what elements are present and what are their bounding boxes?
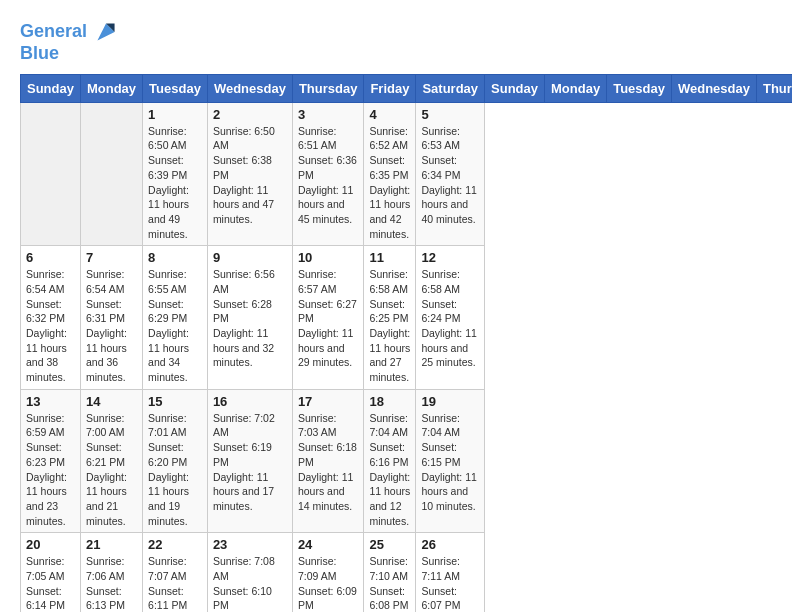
logo-general: General (20, 21, 87, 41)
calendar-cell: 5 Sunrise: 6:53 AMSunset: 6:34 PMDayligh… (416, 102, 485, 246)
day-detail: Sunrise: 7:00 AMSunset: 6:21 PMDaylight:… (86, 411, 137, 529)
day-header-saturday: Saturday (416, 74, 485, 102)
calendar-header-row: SundayMondayTuesdayWednesdayThursdayFrid… (21, 74, 793, 102)
calendar-table: SundayMondayTuesdayWednesdayThursdayFrid… (20, 74, 792, 612)
calendar-cell: 11 Sunrise: 6:58 AMSunset: 6:25 PMDaylig… (364, 246, 416, 390)
day-number: 21 (86, 537, 137, 552)
calendar-cell: 2 Sunrise: 6:50 AMSunset: 6:38 PMDayligh… (207, 102, 292, 246)
day-detail: Sunrise: 6:55 AMSunset: 6:29 PMDaylight:… (148, 267, 202, 385)
day-number: 16 (213, 394, 287, 409)
day-detail: Sunrise: 6:59 AMSunset: 6:23 PMDaylight:… (26, 411, 75, 529)
calendar-cell: 4 Sunrise: 6:52 AMSunset: 6:35 PMDayligh… (364, 102, 416, 246)
calendar-cell (80, 102, 142, 246)
calendar-cell: 9 Sunrise: 6:56 AMSunset: 6:28 PMDayligh… (207, 246, 292, 390)
day-number: 1 (148, 107, 202, 122)
calendar-cell: 26 Sunrise: 7:11 AMSunset: 6:07 PMDaylig… (416, 533, 485, 612)
day-number: 13 (26, 394, 75, 409)
calendar-cell: 14 Sunrise: 7:00 AMSunset: 6:21 PMDaylig… (80, 389, 142, 533)
calendar-cell: 15 Sunrise: 7:01 AMSunset: 6:20 PMDaylig… (143, 389, 208, 533)
day-detail: Sunrise: 7:04 AMSunset: 6:15 PMDaylight:… (421, 411, 479, 514)
calendar-week-4: 20 Sunrise: 7:05 AMSunset: 6:14 PMDaylig… (21, 533, 793, 612)
calendar-week-1: 1 Sunrise: 6:50 AMSunset: 6:39 PMDayligh… (21, 102, 793, 246)
day-header-monday: Monday (545, 74, 607, 102)
calendar-cell (21, 102, 81, 246)
day-number: 18 (369, 394, 410, 409)
calendar-cell: 20 Sunrise: 7:05 AMSunset: 6:14 PMDaylig… (21, 533, 81, 612)
day-number: 3 (298, 107, 359, 122)
calendar-cell: 17 Sunrise: 7:03 AMSunset: 6:18 PMDaylig… (292, 389, 364, 533)
day-detail: Sunrise: 7:10 AMSunset: 6:08 PMDaylight:… (369, 554, 410, 612)
day-detail: Sunrise: 7:01 AMSunset: 6:20 PMDaylight:… (148, 411, 202, 529)
day-number: 12 (421, 250, 479, 265)
day-number: 10 (298, 250, 359, 265)
day-detail: Sunrise: 7:06 AMSunset: 6:13 PMDaylight:… (86, 554, 137, 612)
calendar-cell: 12 Sunrise: 6:58 AMSunset: 6:24 PMDaylig… (416, 246, 485, 390)
day-header-sunday: Sunday (21, 74, 81, 102)
calendar-cell: 16 Sunrise: 7:02 AMSunset: 6:19 PMDaylig… (207, 389, 292, 533)
day-detail: Sunrise: 7:02 AMSunset: 6:19 PMDaylight:… (213, 411, 287, 514)
day-detail: Sunrise: 6:58 AMSunset: 6:24 PMDaylight:… (421, 267, 479, 370)
day-detail: Sunrise: 6:50 AMSunset: 6:38 PMDaylight:… (213, 124, 287, 227)
day-number: 9 (213, 250, 287, 265)
day-number: 8 (148, 250, 202, 265)
day-number: 25 (369, 537, 410, 552)
day-detail: Sunrise: 6:52 AMSunset: 6:35 PMDaylight:… (369, 124, 410, 242)
calendar-cell: 1 Sunrise: 6:50 AMSunset: 6:39 PMDayligh… (143, 102, 208, 246)
calendar-cell: 7 Sunrise: 6:54 AMSunset: 6:31 PMDayligh… (80, 246, 142, 390)
day-header-thursday: Thursday (756, 74, 792, 102)
day-detail: Sunrise: 6:54 AMSunset: 6:32 PMDaylight:… (26, 267, 75, 385)
calendar-cell: 19 Sunrise: 7:04 AMSunset: 6:15 PMDaylig… (416, 389, 485, 533)
day-detail: Sunrise: 6:53 AMSunset: 6:34 PMDaylight:… (421, 124, 479, 227)
day-number: 23 (213, 537, 287, 552)
day-number: 5 (421, 107, 479, 122)
day-detail: Sunrise: 6:57 AMSunset: 6:27 PMDaylight:… (298, 267, 359, 370)
day-detail: Sunrise: 7:03 AMSunset: 6:18 PMDaylight:… (298, 411, 359, 514)
page-header: General Blue (20, 20, 772, 64)
day-detail: Sunrise: 6:51 AMSunset: 6:36 PMDaylight:… (298, 124, 359, 227)
day-number: 2 (213, 107, 287, 122)
day-number: 7 (86, 250, 137, 265)
day-number: 15 (148, 394, 202, 409)
calendar-cell: 18 Sunrise: 7:04 AMSunset: 6:16 PMDaylig… (364, 389, 416, 533)
calendar-cell: 25 Sunrise: 7:10 AMSunset: 6:08 PMDaylig… (364, 533, 416, 612)
day-header-sunday: Sunday (485, 74, 545, 102)
day-detail: Sunrise: 6:50 AMSunset: 6:39 PMDaylight:… (148, 124, 202, 242)
day-number: 17 (298, 394, 359, 409)
calendar-cell: 24 Sunrise: 7:09 AMSunset: 6:09 PMDaylig… (292, 533, 364, 612)
logo-blue: Blue (20, 44, 118, 64)
day-detail: Sunrise: 7:09 AMSunset: 6:09 PMDaylight:… (298, 554, 359, 612)
day-header-friday: Friday (364, 74, 416, 102)
day-detail: Sunrise: 7:04 AMSunset: 6:16 PMDaylight:… (369, 411, 410, 529)
calendar-week-2: 6 Sunrise: 6:54 AMSunset: 6:32 PMDayligh… (21, 246, 793, 390)
day-number: 20 (26, 537, 75, 552)
logo: General Blue (20, 20, 118, 64)
day-number: 6 (26, 250, 75, 265)
logo-icon (94, 20, 118, 44)
calendar-cell: 22 Sunrise: 7:07 AMSunset: 6:11 PMDaylig… (143, 533, 208, 612)
calendar-cell: 13 Sunrise: 6:59 AMSunset: 6:23 PMDaylig… (21, 389, 81, 533)
day-number: 4 (369, 107, 410, 122)
calendar-cell: 10 Sunrise: 6:57 AMSunset: 6:27 PMDaylig… (292, 246, 364, 390)
day-detail: Sunrise: 7:05 AMSunset: 6:14 PMDaylight:… (26, 554, 75, 612)
day-header-tuesday: Tuesday (607, 74, 672, 102)
logo-text: General (20, 20, 118, 44)
calendar-cell: 8 Sunrise: 6:55 AMSunset: 6:29 PMDayligh… (143, 246, 208, 390)
day-detail: Sunrise: 7:07 AMSunset: 6:11 PMDaylight:… (148, 554, 202, 612)
day-detail: Sunrise: 7:08 AMSunset: 6:10 PMDaylight:… (213, 554, 287, 612)
day-header-wednesday: Wednesday (671, 74, 756, 102)
day-detail: Sunrise: 6:58 AMSunset: 6:25 PMDaylight:… (369, 267, 410, 385)
day-number: 14 (86, 394, 137, 409)
calendar-cell: 23 Sunrise: 7:08 AMSunset: 6:10 PMDaylig… (207, 533, 292, 612)
calendar-week-3: 13 Sunrise: 6:59 AMSunset: 6:23 PMDaylig… (21, 389, 793, 533)
day-number: 22 (148, 537, 202, 552)
day-number: 24 (298, 537, 359, 552)
calendar-cell: 21 Sunrise: 7:06 AMSunset: 6:13 PMDaylig… (80, 533, 142, 612)
day-number: 26 (421, 537, 479, 552)
day-detail: Sunrise: 7:11 AMSunset: 6:07 PMDaylight:… (421, 554, 479, 612)
day-number: 19 (421, 394, 479, 409)
day-header-thursday: Thursday (292, 74, 364, 102)
day-header-monday: Monday (80, 74, 142, 102)
day-header-tuesday: Tuesday (143, 74, 208, 102)
day-detail: Sunrise: 6:56 AMSunset: 6:28 PMDaylight:… (213, 267, 287, 370)
calendar-cell: 3 Sunrise: 6:51 AMSunset: 6:36 PMDayligh… (292, 102, 364, 246)
